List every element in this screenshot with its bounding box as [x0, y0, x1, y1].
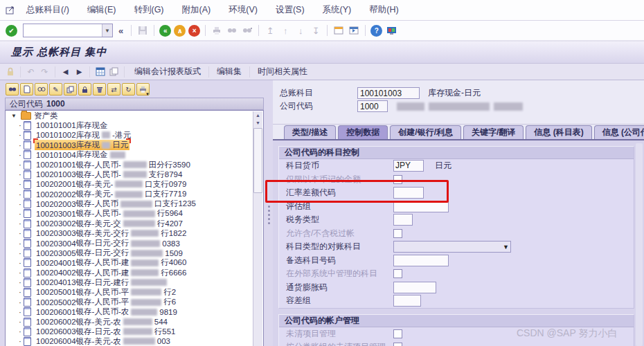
- copy-icon[interactable]: [64, 83, 77, 95]
- create-shortcut-icon[interactable]: [348, 24, 360, 37]
- gl-account-field[interactable]: 100101003: [357, 87, 420, 99]
- menu-item-7[interactable]: 系统(Y): [323, 4, 352, 16]
- tree-item-100204001[interactable]: ·100204001 银存-人民币-建行4060: [6, 258, 263, 268]
- find-icon[interactable]: [6, 83, 19, 95]
- tab-2[interactable]: 控制数据: [338, 125, 388, 139]
- create-icon[interactable]: [20, 83, 33, 95]
- field-exchange-rate-diff-key[interactable]: [393, 187, 424, 199]
- tree-item-100202002[interactable]: ·100202002 银存-美元-口支行7719: [6, 190, 263, 199]
- menu-item-6[interactable]: 设置(S): [276, 4, 305, 16]
- enter-icon[interactable]: ✔: [6, 25, 17, 37]
- refresh-icon[interactable]: ↻: [122, 83, 135, 95]
- next-account-icon[interactable]: ▶: [73, 66, 85, 78]
- bullet-icon: ·: [17, 151, 24, 159]
- tree-item-100203001[interactable]: ·100203001 银存-人民币-行5964: [6, 209, 263, 219]
- delete-icon[interactable]: [93, 83, 106, 95]
- field-alternative-account-number[interactable]: [393, 255, 449, 266]
- menu-item-1[interactable]: 总账科目(/): [26, 4, 69, 16]
- tree-folder-assets[interactable]: ▼ 资产类: [6, 111, 263, 120]
- system-menu-icon[interactable]: [6, 5, 17, 15]
- print-dropdown-icon[interactable]: ▼: [145, 92, 150, 96]
- document-icon: [24, 199, 31, 208]
- redacted-text: [123, 161, 147, 168]
- redacted-text: [123, 328, 152, 335]
- menu-item-8[interactable]: 帮助(H): [369, 4, 398, 16]
- bullet-icon: ·: [17, 180, 24, 188]
- print-icon[interactable]: ▼: [136, 83, 150, 95]
- checkbox-open-item-mgmt-by-ledger-group: [393, 343, 402, 346]
- tree-item-100206003[interactable]: ·100206003 银存-日元-农行551: [6, 327, 263, 336]
- tree-item-100101004[interactable]: ·100101004 库存现金: [6, 150, 263, 160]
- field-tolerance-group[interactable]: [393, 295, 421, 307]
- tree-item-100203002[interactable]: ·100203002 银存-美元-交行4207: [6, 219, 263, 228]
- tree-item-100201001[interactable]: ·100201001 银存-人民币-田分行3590: [6, 160, 263, 170]
- tree-item-100206001[interactable]: ·100206001 银存-人民币-农9819: [6, 307, 263, 317]
- scrollbar-thumb[interactable]: [253, 128, 262, 193]
- display-icon[interactable]: [35, 83, 48, 95]
- tree-item-100101002[interactable]: ·100101002 库存现-港元: [6, 130, 263, 140]
- separator: [20, 66, 21, 78]
- tree-item-100203003[interactable]: ·100203003 银存-美元-交行行1822: [6, 228, 263, 238]
- currency-swap-icon[interactable]: ⇄: [107, 83, 120, 95]
- tree-item-100206002[interactable]: ·100206002 银存-美元-农544: [6, 317, 263, 327]
- panel-splitter[interactable]: [265, 80, 273, 346]
- bullet-icon: ·: [17, 249, 24, 257]
- field-tax-category[interactable]: [393, 214, 413, 226]
- command-field[interactable]: ▼: [23, 24, 113, 37]
- lock-icon[interactable]: [78, 83, 91, 95]
- document-icon: [24, 327, 31, 336]
- tree-item-100205002[interactable]: ·100205002 银存-人民币-平行6: [6, 298, 263, 307]
- tree-item-100206004[interactable]: ·100206004 银存-美元-农003: [6, 336, 263, 346]
- scrollbar-track[interactable]: [636, 143, 643, 346]
- back-icon[interactable]: «: [159, 25, 171, 37]
- tree-item-100202001[interactable]: ·100202001 银存-美元-口支行0979: [6, 179, 263, 189]
- collapse-command-icon[interactable]: «: [116, 26, 126, 36]
- separator: [327, 25, 328, 36]
- command-dropdown-icon[interactable]: ▼: [102, 24, 112, 37]
- tree-item-100201003[interactable]: ·100201003 银存-人民币-支行8794: [6, 170, 263, 179]
- bullet-icon: ·: [17, 318, 24, 326]
- tree-item-100204013[interactable]: ·100204013 银存-日元-建行: [6, 277, 263, 287]
- collapse-arrow-icon[interactable]: ▼: [11, 113, 18, 119]
- cancel-icon[interactable]: ×: [188, 25, 200, 37]
- tree-item-100203004[interactable]: ·100203004 银存-日元-交行0383: [6, 238, 263, 248]
- tree-item-100101001[interactable]: ·100101001 库存现金: [6, 120, 263, 130]
- customize-layout-icon[interactable]: [385, 24, 397, 37]
- menu-item-3[interactable]: 转到(G): [134, 4, 163, 16]
- menu-item-5[interactable]: 环境(V): [229, 4, 258, 16]
- edit-icon[interactable]: ✎: [49, 83, 62, 95]
- app-button-1[interactable]: 编辑会计报表版式: [129, 66, 206, 78]
- field-inflation-key[interactable]: [393, 282, 436, 293]
- tab-1[interactable]: 类型/描述: [284, 125, 336, 139]
- field-valuation-group[interactable]: [393, 201, 449, 212]
- tab-5[interactable]: 信息 (科目表): [526, 125, 591, 139]
- tab-3[interactable]: 创建/银行/利息: [390, 125, 461, 139]
- tree-header-label: 公司代码: [10, 98, 43, 110]
- previous-page-icon: ↑: [279, 24, 292, 37]
- app-button-3[interactable]: 时间相关属性: [252, 66, 313, 78]
- tree-scrollbar[interactable]: ▲ ▼: [253, 111, 262, 346]
- command-input[interactable]: [24, 24, 102, 37]
- redacted-text: [131, 269, 159, 276]
- tree-item-100101003[interactable]: ·100101003 库存现日元: [6, 140, 263, 150]
- previous-account-icon[interactable]: ◀: [60, 66, 71, 78]
- field-recon-account-type[interactable]: ▼: [393, 241, 511, 253]
- tree-item-100204002[interactable]: ·100204002 银存-人民币-建行6666: [6, 268, 263, 277]
- exit-icon[interactable]: ∧: [174, 25, 186, 37]
- scroll-up-icon[interactable]: ▲: [256, 111, 260, 119]
- tab-4[interactable]: 关键字/翻译: [463, 125, 524, 139]
- menu-item-4[interactable]: 附加(A): [182, 4, 211, 16]
- scroll-down-icon[interactable]: ▼: [256, 119, 260, 127]
- tab-6[interactable]: 信息 (公司代码): [594, 125, 644, 139]
- company-code-field[interactable]: 1000: [357, 100, 388, 112]
- tree-item-100203005[interactable]: ·100203005 银存-日元-交行1509: [6, 248, 263, 258]
- help-icon[interactable]: ?: [370, 25, 382, 37]
- tree-item-100205001[interactable]: ·100205001 银存-人民币-平行2: [6, 287, 263, 297]
- field-account-currency[interactable]: JPY: [393, 160, 424, 172]
- copy-view-icon[interactable]: [108, 66, 120, 78]
- new-session-icon[interactable]: [332, 24, 345, 37]
- app-button-2[interactable]: 编辑集: [211, 66, 247, 78]
- tree-item-100202003[interactable]: ·100202003 银存-人民币口支行1235: [6, 199, 263, 209]
- chart-of-accounts-icon[interactable]: [94, 66, 106, 78]
- menu-item-2[interactable]: 编辑(E): [87, 4, 116, 16]
